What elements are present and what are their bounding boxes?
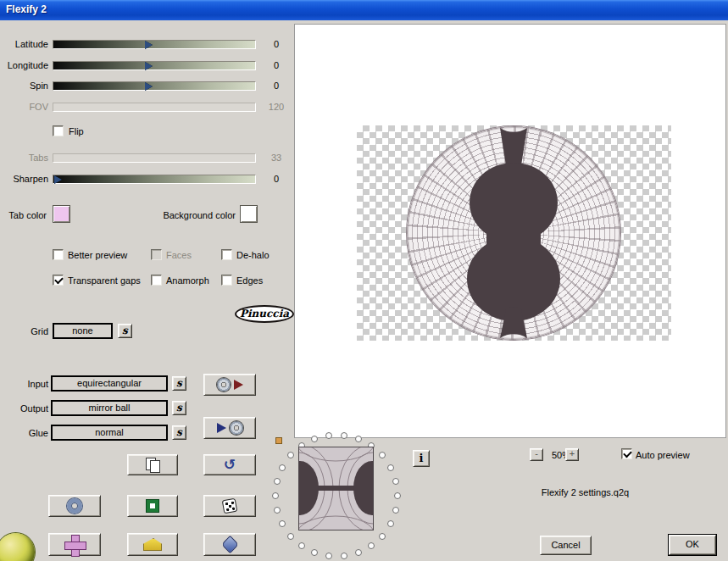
preview-ring-dot <box>355 549 362 556</box>
ring-icon <box>67 498 82 514</box>
window-title: Flexify 2 <box>0 0 47 15</box>
pinuccia-badge-text: Pinuccia <box>240 308 289 319</box>
square-shape-button[interactable] <box>127 495 178 517</box>
preview-image <box>407 126 620 340</box>
random-button[interactable] <box>203 495 256 517</box>
latitude-value: 0 <box>259 39 293 49</box>
grid-select[interactable]: none <box>53 323 113 339</box>
fov-label: FOV <box>0 102 48 112</box>
tab-color-swatch[interactable] <box>53 205 70 223</box>
anamorph-checkbox[interactable] <box>151 275 162 286</box>
globe-icon[interactable] <box>0 533 35 561</box>
preview-ring-dot <box>387 464 394 471</box>
de-halo-label: De-halo <box>236 250 270 260</box>
better-preview-label: Better preview <box>68 250 127 260</box>
disc-icon <box>217 378 231 392</box>
cancel-button[interactable]: Cancel <box>540 536 592 555</box>
preview-ring-dot <box>311 549 318 556</box>
preview-ring-dot <box>379 533 386 540</box>
spin-slider-thumb[interactable] <box>145 82 153 91</box>
background-color-label: Background color <box>131 210 236 220</box>
preview-ring-dot <box>394 492 401 499</box>
flip-checkbox[interactable] <box>53 125 64 136</box>
output-preset-button[interactable]: s <box>172 401 186 415</box>
ring-shape-button[interactable] <box>48 495 101 517</box>
edges-label: Edges <box>236 275 263 286</box>
info-button[interactable]: i <box>413 450 430 467</box>
thumbnail-figure <box>299 447 373 530</box>
copy-button[interactable] <box>127 454 178 475</box>
grid-label: Grid <box>0 326 48 336</box>
longitude-value: 0 <box>259 60 293 70</box>
longitude-slider-thumb[interactable] <box>145 62 153 70</box>
tabs-value: 33 <box>259 153 293 163</box>
settings-file-name: Flexify 2 settings.q2q <box>507 487 664 497</box>
preview-ring-dot <box>279 464 286 471</box>
transparent-gaps-checkbox[interactable] <box>53 275 64 286</box>
longitude-slider[interactable] <box>53 61 256 70</box>
apply-disc-button[interactable] <box>203 417 256 439</box>
preview-ring-dot <box>368 542 375 549</box>
preview-ring-dot <box>392 507 399 514</box>
gem-shape-button[interactable] <box>203 533 256 556</box>
de-halo-checkbox[interactable] <box>221 249 232 260</box>
spin-slider[interactable] <box>53 81 256 91</box>
spin-value: 0 <box>259 81 293 91</box>
spin-row: Spin 0 <box>0 81 297 92</box>
glue-label: Glue <box>0 428 48 438</box>
zoom-in-button[interactable]: + <box>565 448 579 461</box>
glue-select[interactable]: normal <box>51 425 168 441</box>
output-label: Output <box>0 403 48 414</box>
tabs-label: Tabs <box>0 153 48 163</box>
faces-checkbox <box>151 249 162 260</box>
ok-button[interactable]: OK <box>669 535 716 555</box>
output-select[interactable]: mirror ball <box>51 400 168 416</box>
navigator-thumbnail[interactable] <box>298 447 374 530</box>
latitude-row: Latitude 0 <box>0 39 297 50</box>
input-preset-button[interactable]: s <box>172 376 186 391</box>
transparent-gaps-label: Transparent gaps <box>68 275 141 286</box>
preview-ring-dot <box>341 553 347 559</box>
sharpen-row: Sharpen 0 <box>0 174 297 185</box>
mirror-ball-figure <box>407 126 620 340</box>
tabs-row: Tabs 33 <box>0 153 297 164</box>
fov-value: 120 <box>259 102 293 112</box>
cube-cross-button[interactable] <box>48 533 101 556</box>
grid-preset-button[interactable]: s <box>118 324 132 338</box>
anamorph-label: Anamorph <box>166 275 209 286</box>
auto-preview-checkbox[interactable] <box>621 448 632 459</box>
better-preview-checkbox[interactable] <box>53 249 64 260</box>
latitude-slider[interactable] <box>53 40 256 49</box>
undo-button[interactable]: ↺ <box>203 454 256 475</box>
disc-icon <box>230 421 243 435</box>
preview-ring-dot <box>287 452 294 458</box>
fov-row: FOV 120 <box>0 102 297 113</box>
longitude-row: Longitude 0 <box>0 60 297 71</box>
play-blue-icon <box>217 423 226 433</box>
latitude-label: Latitude <box>0 39 48 49</box>
preview-ring-dot <box>379 452 386 458</box>
background-color-swatch[interactable] <box>240 205 258 223</box>
flexify-dialog: Flexify 2 Latitude 0 Longitude 0 Spin 0 … <box>0 0 728 561</box>
flip-label: Flip <box>69 126 84 136</box>
sharpen-label: Sharpen <box>0 174 48 184</box>
glue-preset-button[interactable]: s <box>172 425 186 440</box>
cheese-wedge-button[interactable] <box>127 533 178 556</box>
preview-ring-dot <box>387 520 394 527</box>
cheese-icon <box>143 538 162 551</box>
ring-handle[interactable] <box>275 437 282 444</box>
fov-slider <box>53 103 256 112</box>
latitude-slider-thumb[interactable] <box>145 41 153 49</box>
titlebar[interactable]: Flexify 2 <box>0 0 728 20</box>
play-red-icon <box>234 380 243 390</box>
input-select[interactable]: equirectangular <box>51 375 168 392</box>
preview-ring-dot <box>325 553 332 559</box>
zoom-out-button[interactable]: - <box>530 448 543 461</box>
edges-checkbox[interactable] <box>221 275 232 286</box>
preview-ring-dot <box>274 478 281 485</box>
preview-ring-dot <box>287 533 294 540</box>
sharpen-slider-thumb[interactable] <box>54 175 62 184</box>
tab-color-label: Tab color <box>0 210 47 220</box>
render-disc-button[interactable] <box>203 374 256 396</box>
sharpen-slider[interactable] <box>53 175 256 184</box>
